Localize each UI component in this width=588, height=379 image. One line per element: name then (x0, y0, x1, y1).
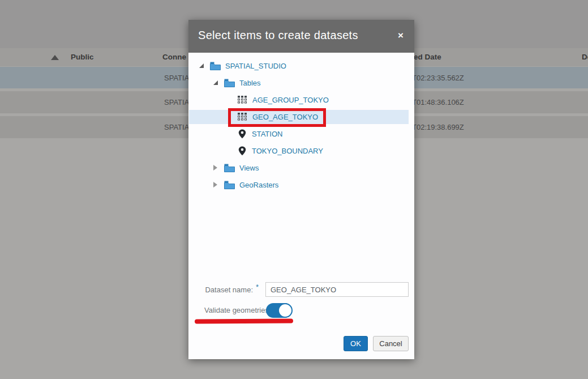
dialog-title: Select items to create datasets (198, 29, 358, 42)
table-icon (238, 113, 247, 121)
column-header-connection: Conne (162, 53, 186, 61)
validate-geometries-label: Validate geometries (204, 306, 269, 314)
tree-item-geo-age-tokyo[interactable]: GEO_AGE_TOKYO (188, 110, 414, 124)
toggle-knob (278, 303, 293, 318)
column-header-clipped: De (582, 53, 588, 61)
folder-icon (224, 79, 235, 87)
cell-created-date: T01:48:36.106Z (412, 98, 464, 107)
tree-item-label: SPATIAL_STUDIO (225, 62, 286, 70)
tree-item-views[interactable]: Views (188, 161, 414, 174)
column-header-created-date: ed Date (414, 53, 441, 61)
dialog-titlebar: Select items to create datasets × (188, 20, 414, 53)
tree-item-tables[interactable]: Tables (188, 76, 414, 90)
folder-icon (210, 62, 221, 70)
tree-item-station[interactable]: STATION (188, 127, 414, 140)
expand-arrow-icon[interactable] (213, 165, 217, 171)
folder-icon (224, 164, 235, 172)
column-header-public: Public (71, 53, 94, 61)
tree-item-georasters[interactable]: GeoRasters (188, 178, 414, 191)
ok-button[interactable]: OK (344, 336, 368, 351)
tree-item-label: AGE_GROUP_TOKYO (252, 96, 329, 104)
tree-item-label: GeoRasters (239, 181, 278, 189)
cell-created-date: T02:23:35.562Z (412, 74, 464, 82)
select-items-dialog: Select items to create datasets × SPATIA… (188, 20, 414, 359)
tree-item-label: STATION (252, 130, 282, 138)
dataset-name-label: Dataset name: (200, 286, 253, 294)
cell-connection: SPATIA (164, 123, 189, 131)
cell-created-date: T02:19:38.699Z (412, 123, 464, 131)
folder-icon (224, 181, 235, 189)
location-pin-icon (238, 146, 246, 156)
annotation-red-underline (195, 318, 293, 323)
sort-asc-icon (51, 55, 59, 60)
dataset-name-input[interactable] (265, 282, 409, 297)
cell-connection: SPATIA (164, 74, 189, 82)
tree-item-spatial-studio[interactable]: SPATIAL_STUDIO (188, 59, 414, 73)
validate-geometries-toggle[interactable] (266, 303, 292, 318)
table-icon (238, 96, 247, 104)
expand-arrow-icon[interactable] (213, 182, 217, 188)
tree-item-label: GEO_AGE_TOKYO (252, 113, 318, 121)
tree-item-label: Tables (239, 79, 261, 87)
required-asterisk: * (256, 283, 259, 291)
location-pin-icon (238, 129, 246, 139)
expand-arrow-icon[interactable] (213, 80, 218, 85)
tree-item-tokyo-boundary[interactable]: TOKYO_BOUNDARY (188, 144, 414, 157)
close-icon[interactable]: × (394, 29, 407, 42)
cancel-button[interactable]: Cancel (373, 336, 409, 351)
tree-item-label: Views (239, 164, 259, 172)
tree-item-age-group-tokyo[interactable]: AGE_GROUP_TOKYO (188, 93, 414, 107)
expand-arrow-icon[interactable] (199, 63, 204, 68)
cell-connection: SPATIA (164, 98, 189, 107)
tree-item-label: TOKYO_BOUNDARY (252, 147, 323, 155)
